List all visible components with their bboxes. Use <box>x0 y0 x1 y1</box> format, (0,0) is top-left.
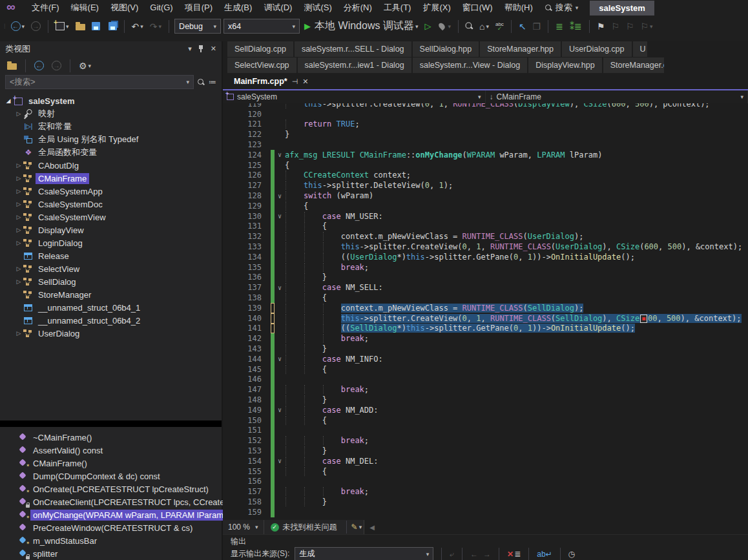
member-item-~CMainFrame[interactable]: ~CMainFrame() <box>0 431 222 444</box>
menu-item-0[interactable]: 文件(F) <box>26 1 65 14</box>
tree-item-CsaleSystemDoc[interactable]: ▷CsaleSystemDoc <box>0 198 222 211</box>
tab-r1-1[interactable]: saleSystem.r...SELL - Dialog <box>295 41 411 57</box>
cv-settings-button[interactable]: ⚙▾ <box>77 59 93 73</box>
hot-reload-button[interactable]: ▾ <box>435 21 453 32</box>
indent-increase-button[interactable]: ⁑≣ <box>568 19 584 34</box>
tab-r2-2[interactable]: saleSystem.r...View - Dialog <box>413 57 527 73</box>
tab-r2-1[interactable]: saleSystem.r...iew1 - Dialog <box>298 57 411 73</box>
tree-item-__unnamed_struct_06b4_1[interactable]: __unnamed_struct_06b4_1 <box>0 301 222 314</box>
tree-item-Release[interactable]: Release <box>0 249 222 262</box>
menu-item-8[interactable]: 分析(N) <box>338 1 378 14</box>
health-indicator[interactable]: ✓ 未找到相关问题 <box>264 522 344 533</box>
fold-chevron-icon[interactable]: ∨ <box>275 192 285 200</box>
pin-icon[interactable] <box>198 45 204 54</box>
new-folder-button[interactable] <box>5 59 19 72</box>
close-tab-icon[interactable]: ✕ <box>302 78 308 86</box>
solution-explorer-button[interactable]: ⌂▾ <box>477 19 491 34</box>
tree-item-全局 Using 别名和 Typedef[interactable]: 全局 Using 别名和 Typedef <box>0 133 222 146</box>
code-cleanup-button[interactable]: ✎▾ <box>349 521 364 534</box>
fold-chevron-icon[interactable]: ∨ <box>275 457 285 464</box>
scope-dropdown[interactable]: ↓ CMainFrame ▾ <box>486 90 748 103</box>
tree-item-UserDialog[interactable]: ▷UserDialog <box>0 327 222 340</box>
goto-message-icon[interactable]: ⤶ <box>450 550 454 559</box>
start-debug-button[interactable]: ▶ 本地 Windows 调试器 ▾ <box>302 17 420 35</box>
window-position-icon[interactable]: ▾ <box>188 45 192 53</box>
indent-decrease-button[interactable]: ≣ <box>554 19 565 34</box>
start-without-debug-button[interactable]: ▷ <box>422 19 433 33</box>
fold-chevron-icon[interactable]: ∨ <box>275 355 285 362</box>
expander-icon[interactable]: ▷ <box>14 162 23 169</box>
view-settings-icon[interactable]: ≔ <box>209 78 216 87</box>
tree-item-LoginDialog[interactable]: ▷LoginDialog <box>0 236 222 249</box>
tree-item-saleSystem[interactable]: ◢saleSystem <box>0 94 222 107</box>
word-wrap-icon[interactable]: ab↵ <box>537 550 552 559</box>
fold-chevron-icon[interactable]: ∨ <box>275 151 285 158</box>
menu-item-11[interactable]: 窗口(W) <box>457 1 499 14</box>
menu-item-7[interactable]: 测试(S) <box>298 1 337 14</box>
prev-bookmark-button[interactable]: ⚐ <box>609 19 621 34</box>
undo-button[interactable]: ↶▾ <box>130 19 145 34</box>
prev-message-icon[interactable]: ← <box>470 550 478 559</box>
tab-r1-4[interactable]: UserDialog.cpp <box>562 41 631 57</box>
menu-item-3[interactable]: Git(G) <box>144 1 178 14</box>
zoom-combo[interactable]: 100 % ▾ <box>223 520 264 534</box>
toggle-bookmark-button[interactable]: ⚑ <box>595 19 607 34</box>
member-item-OnCreateClient[interactable]: OnCreateClient(LPCREATESTRUCT lpcs, CCre… <box>0 495 222 508</box>
tree-item-映射[interactable]: ▷映射 <box>0 107 222 120</box>
menu-item-1[interactable]: 编辑(E) <box>65 1 105 14</box>
expander-icon[interactable]: ▷ <box>14 278 23 285</box>
tab-r2-0[interactable]: SelectView.cpp <box>227 57 296 73</box>
tab-r1-0[interactable]: SellDialog.cpp <box>227 41 293 57</box>
menu-item-12[interactable]: 帮助(H) <box>499 1 539 14</box>
tree-item-__unnamed_struct_06b4_2[interactable]: __unnamed_struct_06b4_2 <box>0 314 222 327</box>
tree-item-全局函数和变量[interactable]: ❖全局函数和变量 <box>0 146 222 159</box>
cv-search-icon[interactable] <box>198 79 205 86</box>
expander-icon[interactable]: ▷ <box>14 201 23 207</box>
tree-item-DisplayView[interactable]: ▷DisplayView <box>0 223 222 236</box>
copy-reference-button[interactable]: ❐ <box>531 19 543 34</box>
tab-r2-4[interactable]: StoreManager.c <box>603 57 664 73</box>
project-dropdown[interactable]: saleSystem ▾ <box>223 90 486 103</box>
tree-item-CAboutDlg[interactable]: ▷CAboutDlg <box>0 159 222 172</box>
pin-tab-icon[interactable]: ⊣ <box>292 78 298 86</box>
new-project-button[interactable]: ▾ <box>54 20 71 32</box>
tree-item-宏和常量[interactable]: |▷|宏和常量 <box>0 120 222 133</box>
platform-combo[interactable]: x64▾ <box>223 19 300 34</box>
code-editor[interactable]: 119 this->splitter.CreateView(0, 1, RUNT… <box>223 103 748 520</box>
search-menu-button[interactable]: 搜索 ▾ <box>539 0 585 16</box>
intellisense-button[interactable]: ↖ <box>517 19 528 34</box>
tab-mainfrm-cpp[interactable]: MainFrm.cpp* ⊣ ✕ <box>227 74 315 89</box>
redo-button[interactable]: ↷▾ <box>148 19 163 34</box>
expander-icon[interactable]: ▷ <box>14 227 23 233</box>
member-item-splitter[interactable]: splitter <box>0 547 222 560</box>
clock-icon[interactable]: ◷ <box>568 550 575 559</box>
navigate-back-button[interactable]: ←▾ <box>9 19 27 33</box>
menu-item-5[interactable]: 生成(B) <box>218 1 258 14</box>
menu-item-6[interactable]: 调试(D) <box>258 1 298 14</box>
toolbar-grip[interactable]: ⁞ <box>4 23 5 30</box>
tab-r1-5[interactable]: U <box>633 41 647 57</box>
fold-chevron-icon[interactable]: ∨ <box>275 406 285 413</box>
member-item-onMyChange[interactable]: onMyChange(WPARAM wParam, LPARAM lParam) <box>0 508 222 521</box>
tree-item-SelectView[interactable]: ▷SelectView <box>0 262 222 275</box>
find-in-files-button[interactable] <box>464 21 475 32</box>
member-item-CMainFrame[interactable]: CMainFrame() <box>0 457 222 470</box>
next-bookmark-button[interactable]: ⚐ <box>624 19 636 34</box>
navigate-forward-button[interactable]: → <box>29 19 43 33</box>
tab-r2-3[interactable]: DisplayView.hpp <box>528 57 602 73</box>
expander-icon[interactable]: ▷ <box>14 330 23 337</box>
horizontal-scrollbar[interactable]: ◀ <box>364 520 748 534</box>
member-item-AssertValid[interactable]: AssertValid() const <box>0 444 222 457</box>
cv-back-button[interactable]: ← <box>32 59 46 72</box>
clear-all-icon[interactable]: ✕≣ <box>507 550 521 559</box>
member-item-OnCreate[interactable]: OnCreate(LPCREATESTRUCT lpCreateStruct) <box>0 482 222 495</box>
menu-item-2[interactable]: 视图(V) <box>105 1 144 14</box>
save-button[interactable] <box>90 20 102 32</box>
tree-item-CsaleSystemView[interactable]: ▷CsaleSystemView <box>0 211 222 223</box>
member-item-m_wndStatusBar[interactable]: m_wndStatusBar <box>0 534 222 547</box>
expander-icon[interactable]: ▷ <box>14 265 23 272</box>
fold-chevron-icon[interactable]: ∨ <box>275 284 285 291</box>
next-message-icon[interactable]: → <box>483 550 491 559</box>
save-all-button[interactable] <box>105 20 119 32</box>
tab-r1-2[interactable]: SellDialog.hpp <box>413 41 479 57</box>
